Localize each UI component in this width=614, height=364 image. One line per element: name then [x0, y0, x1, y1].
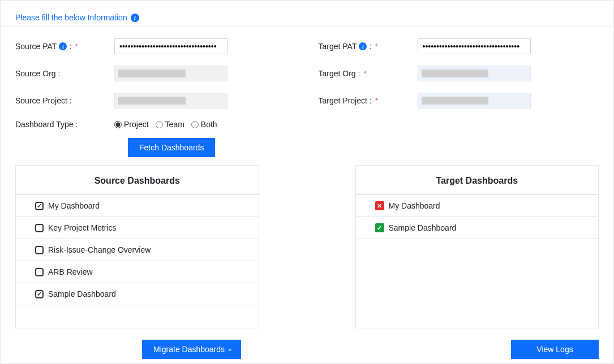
dashboard-type-radios: ProjectTeamBoth	[114, 120, 221, 129]
status-fail-icon: ✕	[375, 201, 384, 210]
source-dashboard-item[interactable]: Sample Dashboard	[16, 283, 259, 305]
source-dashboard-item[interactable]: My Dashboard	[16, 195, 259, 217]
target-dashboard-item: ✕My Dashboard	[356, 195, 599, 217]
source-project-loading	[114, 93, 227, 109]
form-header: Please fill the below Information i	[1, 1, 613, 27]
radio-option-both[interactable]: Both	[191, 120, 217, 129]
info-icon[interactable]: i	[131, 14, 139, 22]
target-dashboards-list: ✕My Dashboard✓Sample Dashboard	[356, 195, 599, 328]
radio-label: Both	[201, 120, 217, 129]
label-text: Target Project :	[319, 96, 372, 105]
status-success-icon: ✓	[375, 223, 384, 232]
source-org-loading	[114, 66, 227, 81]
dashboard-name: Key Project Metrics	[48, 223, 117, 232]
source-pat-input[interactable]	[114, 38, 227, 54]
source-pat-row: Source PAT i : *	[15, 38, 296, 54]
source-panel-title: Source Dashboards	[16, 166, 259, 195]
radio-option-project[interactable]: Project	[114, 120, 149, 129]
button-label: Migrate Dashboards	[153, 345, 225, 354]
source-column: Source PAT i : * Source Org : Source Pro…	[15, 38, 296, 140]
colon: :	[69, 42, 71, 51]
target-pat-input[interactable]	[418, 38, 531, 54]
info-icon[interactable]: i	[59, 42, 67, 50]
shimmer-placeholder	[118, 97, 186, 105]
dashboard-name: My Dashboard	[48, 201, 100, 210]
required-asterisk: *	[375, 96, 378, 105]
radio-option-team[interactable]: Team	[156, 120, 184, 129]
radio-label: Project	[124, 120, 149, 129]
radio-label: Team	[165, 120, 184, 129]
colon: :	[369, 42, 371, 51]
target-pat-row: Target PAT i : *	[319, 38, 599, 54]
source-org-row: Source Org :	[15, 66, 296, 81]
view-logs-button[interactable]: View Logs	[511, 340, 599, 359]
source-org-label: Source Org :	[15, 69, 114, 78]
dashboard-name: My Dashboard	[389, 201, 440, 210]
target-org-label: Target Org : *	[319, 69, 418, 78]
checkbox-unchecked-icon[interactable]	[35, 246, 44, 254]
label-text: Target PAT	[319, 42, 357, 51]
target-project-row: Target Project : *	[319, 93, 599, 109]
dashboard-name: Risk-Issue-Change Overview	[48, 245, 151, 254]
shimmer-placeholder	[118, 70, 186, 77]
target-dashboard-item: ✓Sample Dashboard	[356, 217, 599, 239]
radio-input[interactable]	[191, 121, 199, 128]
dashboard-name: Sample Dashboard	[389, 223, 457, 232]
checkbox-unchecked-icon[interactable]	[35, 224, 44, 232]
source-dashboard-item[interactable]: Key Project Metrics	[16, 217, 259, 239]
required-asterisk: *	[363, 69, 366, 78]
source-dashboards-panel: Source Dashboards My DashboardKey Projec…	[15, 165, 259, 328]
required-asterisk: *	[75, 42, 78, 51]
radio-input[interactable]	[156, 121, 163, 128]
target-project-loading	[418, 93, 531, 109]
radio-input[interactable]	[114, 121, 122, 128]
checkbox-checked-icon[interactable]	[35, 202, 44, 210]
shimmer-placeholder	[422, 70, 489, 77]
fetch-button-row: Fetch Dashboards	[1, 138, 613, 157]
view-logs-button-wrap: View Logs	[511, 340, 599, 359]
info-icon[interactable]: i	[359, 42, 367, 50]
dashboard-name: ARB Review	[48, 267, 93, 276]
source-project-row: Source Project :	[15, 93, 296, 109]
source-dashboard-item[interactable]: ARB Review	[16, 261, 259, 283]
chevron-right-icon: »	[228, 346, 230, 353]
target-panel-title: Target Dashboards	[356, 166, 599, 195]
checkbox-checked-icon[interactable]	[35, 290, 44, 298]
checkbox-unchecked-icon[interactable]	[35, 268, 44, 276]
migrate-button-wrap: Migrate Dashboards »	[142, 340, 241, 359]
required-asterisk: *	[375, 42, 377, 51]
target-org-row: Target Org : *	[319, 66, 599, 81]
fetch-dashboards-button[interactable]: Fetch Dashboards	[128, 138, 215, 157]
shimmer-placeholder	[422, 97, 489, 105]
migrate-dashboards-button[interactable]: Migrate Dashboards »	[142, 340, 241, 359]
dashboard-name: Sample Dashboard	[48, 289, 116, 298]
form-fields: Source PAT i : * Source Org : Source Pro…	[1, 27, 613, 140]
form-header-text: Please fill the below Information	[15, 13, 127, 22]
target-org-loading	[418, 66, 531, 81]
target-column: Target PAT i : * Target Org : * Target P…	[319, 38, 599, 140]
target-dashboards-panel: Target Dashboards ✕My Dashboard✓Sample D…	[355, 165, 599, 328]
bottom-actions: Migrate Dashboards » View Logs	[1, 328, 613, 359]
source-dashboard-item[interactable]: Risk-Issue-Change Overview	[16, 239, 259, 261]
dashboards-panels: Source Dashboards My DashboardKey Projec…	[1, 165, 613, 328]
source-dashboards-list: My DashboardKey Project MetricsRisk-Issu…	[16, 195, 259, 328]
source-pat-label: Source PAT i : *	[15, 42, 114, 51]
label-text: Target Org :	[319, 69, 360, 78]
target-pat-label: Target PAT i : *	[319, 42, 418, 51]
label-text: Source PAT	[15, 42, 57, 51]
dashboard-type-row: Dashboard Type : ProjectTeamBoth	[15, 120, 296, 129]
migration-form-container: Please fill the below Information i Sour…	[0, 0, 614, 364]
source-project-label: Source Project :	[15, 96, 114, 105]
dashboard-type-label: Dashboard Type :	[15, 120, 114, 129]
target-project-label: Target Project : *	[319, 96, 418, 105]
